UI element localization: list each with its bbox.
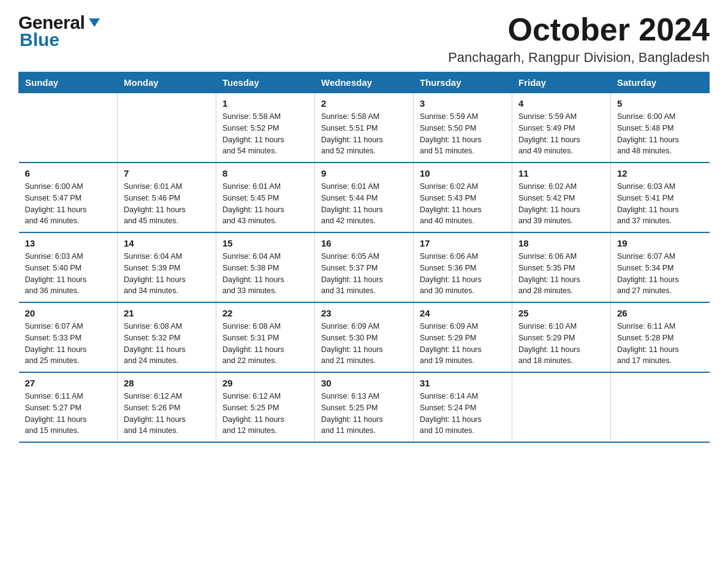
calendar-table: SundayMondayTuesdayWednesdayThursdayFrid… (18, 72, 710, 443)
calendar-cell: 29Sunrise: 6:12 AM Sunset: 5:25 PM Dayli… (216, 372, 315, 442)
calendar-cell: 31Sunrise: 6:14 AM Sunset: 5:24 PM Dayli… (414, 372, 512, 442)
calendar-cell: 5Sunrise: 6:00 AM Sunset: 5:48 PM Daylig… (611, 93, 710, 163)
calendar-cell: 4Sunrise: 5:59 AM Sunset: 5:49 PM Daylig… (512, 93, 611, 163)
weekday-header-saturday: Saturday (611, 72, 710, 93)
calendar-cell: 1Sunrise: 5:58 AM Sunset: 5:52 PM Daylig… (216, 93, 315, 163)
calendar-cell (512, 372, 611, 442)
day-number: 1 (222, 98, 308, 109)
day-info: Sunrise: 6:02 AM Sunset: 5:42 PM Dayligh… (518, 181, 604, 227)
calendar-cell: 9Sunrise: 6:01 AM Sunset: 5:44 PM Daylig… (315, 163, 414, 232)
calendar-week-row: 1Sunrise: 5:58 AM Sunset: 5:52 PM Daylig… (19, 93, 710, 163)
day-info: Sunrise: 6:03 AM Sunset: 5:41 PM Dayligh… (617, 181, 703, 227)
day-number: 26 (617, 308, 703, 318)
day-info: Sunrise: 6:00 AM Sunset: 5:48 PM Dayligh… (617, 111, 703, 157)
day-info: Sunrise: 6:04 AM Sunset: 5:39 PM Dayligh… (124, 251, 210, 297)
day-number: 20 (25, 308, 112, 318)
weekday-header-monday: Monday (118, 72, 216, 93)
calendar-cell: 16Sunrise: 6:05 AM Sunset: 5:37 PM Dayli… (315, 232, 414, 302)
day-info: Sunrise: 5:58 AM Sunset: 5:52 PM Dayligh… (222, 111, 308, 157)
right-header: October 2024 Panchagarh, Rangpur Divisio… (448, 12, 710, 66)
day-number: 10 (420, 168, 506, 178)
day-number: 25 (518, 308, 604, 318)
day-info: Sunrise: 6:03 AM Sunset: 5:40 PM Dayligh… (25, 251, 112, 297)
calendar-cell: 20Sunrise: 6:07 AM Sunset: 5:33 PM Dayli… (19, 302, 118, 372)
calendar-cell: 26Sunrise: 6:11 AM Sunset: 5:28 PM Dayli… (611, 302, 710, 372)
location-title: Panchagarh, Rangpur Division, Bangladesh (448, 50, 710, 66)
logo-arrow-icon (88, 16, 101, 32)
calendar-cell: 30Sunrise: 6:13 AM Sunset: 5:25 PM Dayli… (315, 372, 414, 442)
day-info: Sunrise: 6:13 AM Sunset: 5:25 PM Dayligh… (321, 391, 407, 437)
logo: General Blue (18, 12, 101, 50)
weekday-header-friday: Friday (512, 72, 611, 93)
day-info: Sunrise: 6:04 AM Sunset: 5:38 PM Dayligh… (222, 251, 308, 297)
day-info: Sunrise: 6:05 AM Sunset: 5:37 PM Dayligh… (321, 251, 407, 297)
calendar-cell: 24Sunrise: 6:09 AM Sunset: 5:29 PM Dayli… (414, 302, 512, 372)
calendar-cell: 21Sunrise: 6:08 AM Sunset: 5:32 PM Dayli… (118, 302, 216, 372)
calendar-cell: 12Sunrise: 6:03 AM Sunset: 5:41 PM Dayli… (611, 163, 710, 232)
calendar-cell (118, 93, 216, 163)
day-number: 29 (222, 378, 308, 388)
calendar-cell: 23Sunrise: 6:09 AM Sunset: 5:30 PM Dayli… (315, 302, 414, 372)
day-info: Sunrise: 6:10 AM Sunset: 5:29 PM Dayligh… (518, 321, 604, 367)
calendar-cell (19, 93, 118, 163)
calendar-cell: 27Sunrise: 6:11 AM Sunset: 5:27 PM Dayli… (19, 372, 118, 442)
day-number: 23 (321, 308, 407, 318)
calendar-cell: 19Sunrise: 6:07 AM Sunset: 5:34 PM Dayli… (611, 232, 710, 302)
day-info: Sunrise: 6:01 AM Sunset: 5:44 PM Dayligh… (321, 181, 407, 227)
day-number: 30 (321, 378, 407, 388)
day-info: Sunrise: 5:59 AM Sunset: 5:50 PM Dayligh… (420, 111, 506, 157)
calendar-cell: 22Sunrise: 6:08 AM Sunset: 5:31 PM Dayli… (216, 302, 315, 372)
day-info: Sunrise: 6:11 AM Sunset: 5:27 PM Dayligh… (25, 391, 112, 437)
day-info: Sunrise: 6:11 AM Sunset: 5:28 PM Dayligh… (617, 321, 703, 367)
weekday-header-wednesday: Wednesday (315, 72, 414, 93)
calendar-week-row: 6Sunrise: 6:00 AM Sunset: 5:47 PM Daylig… (19, 163, 710, 232)
day-info: Sunrise: 6:09 AM Sunset: 5:30 PM Dayligh… (321, 321, 407, 367)
calendar-cell: 25Sunrise: 6:10 AM Sunset: 5:29 PM Dayli… (512, 302, 611, 372)
calendar-cell: 3Sunrise: 5:59 AM Sunset: 5:50 PM Daylig… (414, 93, 512, 163)
day-info: Sunrise: 6:06 AM Sunset: 5:36 PM Dayligh… (420, 251, 506, 297)
day-info: Sunrise: 6:00 AM Sunset: 5:47 PM Dayligh… (25, 181, 112, 227)
page-header: General Blue October 2024 Panchagarh, Ra… (18, 12, 710, 66)
day-info: Sunrise: 6:14 AM Sunset: 5:24 PM Dayligh… (420, 391, 506, 437)
weekday-header-tuesday: Tuesday (216, 72, 315, 93)
day-number: 9 (321, 168, 407, 178)
day-info: Sunrise: 6:02 AM Sunset: 5:43 PM Dayligh… (420, 181, 506, 227)
calendar-cell: 28Sunrise: 6:12 AM Sunset: 5:26 PM Dayli… (118, 372, 216, 442)
day-info: Sunrise: 6:12 AM Sunset: 5:25 PM Dayligh… (222, 391, 308, 437)
svg-marker-0 (89, 18, 100, 27)
day-info: Sunrise: 6:06 AM Sunset: 5:35 PM Dayligh… (518, 251, 604, 297)
day-number: 13 (25, 238, 112, 248)
day-info: Sunrise: 6:01 AM Sunset: 5:46 PM Dayligh… (124, 181, 210, 227)
day-number: 21 (124, 308, 210, 318)
day-number: 6 (25, 168, 112, 178)
day-number: 31 (420, 378, 506, 388)
day-number: 7 (124, 168, 210, 178)
day-number: 14 (124, 238, 210, 248)
day-number: 8 (222, 168, 308, 178)
day-number: 17 (420, 238, 506, 248)
calendar-cell: 7Sunrise: 6:01 AM Sunset: 5:46 PM Daylig… (118, 163, 216, 232)
calendar-cell: 17Sunrise: 6:06 AM Sunset: 5:36 PM Dayli… (414, 232, 512, 302)
day-info: Sunrise: 6:12 AM Sunset: 5:26 PM Dayligh… (124, 391, 210, 437)
day-number: 16 (321, 238, 407, 248)
day-number: 3 (420, 98, 506, 109)
calendar-cell: 2Sunrise: 5:58 AM Sunset: 5:51 PM Daylig… (315, 93, 414, 163)
calendar-cell: 13Sunrise: 6:03 AM Sunset: 5:40 PM Dayli… (19, 232, 118, 302)
day-number: 11 (518, 168, 604, 178)
day-info: Sunrise: 5:59 AM Sunset: 5:49 PM Dayligh… (518, 111, 604, 157)
day-number: 27 (25, 378, 112, 388)
calendar-cell: 11Sunrise: 6:02 AM Sunset: 5:42 PM Dayli… (512, 163, 611, 232)
calendar-cell: 18Sunrise: 6:06 AM Sunset: 5:35 PM Dayli… (512, 232, 611, 302)
calendar-cell: 14Sunrise: 6:04 AM Sunset: 5:39 PM Dayli… (118, 232, 216, 302)
day-number: 18 (518, 238, 604, 248)
day-number: 15 (222, 238, 308, 248)
logo-blue-label: Blue (20, 29, 59, 50)
month-title: October 2024 (448, 12, 710, 47)
day-number: 24 (420, 308, 506, 318)
day-info: Sunrise: 6:07 AM Sunset: 5:33 PM Dayligh… (25, 321, 112, 367)
day-number: 28 (124, 378, 210, 388)
day-info: Sunrise: 6:07 AM Sunset: 5:34 PM Dayligh… (617, 251, 703, 297)
calendar-cell: 10Sunrise: 6:02 AM Sunset: 5:43 PM Dayli… (414, 163, 512, 232)
day-number: 22 (222, 308, 308, 318)
calendar-cell: 8Sunrise: 6:01 AM Sunset: 5:45 PM Daylig… (216, 163, 315, 232)
